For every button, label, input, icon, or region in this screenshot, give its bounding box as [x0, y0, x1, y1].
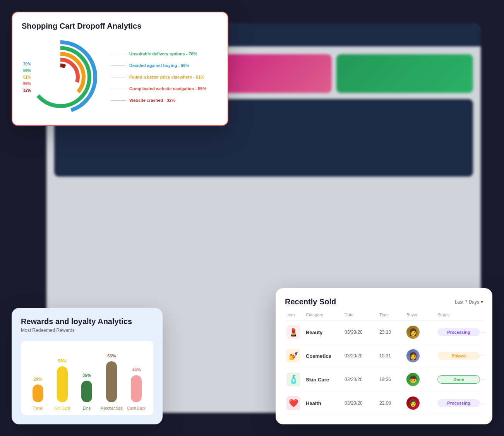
recently-sold-title: Recently Sold	[285, 297, 336, 306]
bar-item-travel: 29% Travel	[27, 377, 48, 410]
more-options-icon[interactable]: ···	[480, 400, 492, 407]
chart-legend: Unsuitable delivery options - 76% Decide…	[107, 51, 218, 103]
item-icon-cosmetics: 💅	[286, 349, 300, 363]
rewards-card: Rewards and loyalty Analytics Most Redee…	[12, 308, 163, 424]
legend-item: Complicated website navigation - 55%	[111, 86, 218, 91]
status-badge-processing: Processing	[437, 328, 480, 336]
status-badge-done: Done	[437, 375, 480, 384]
more-options-icon[interactable]: ···	[480, 352, 492, 359]
legend-item: Unsuitable delivery options - 76%	[111, 51, 218, 56]
bar-chart: 29% Travel 58% Gift Card 35% Dine 66% Me…	[21, 341, 153, 415]
item-icon-skincare: 🧴	[286, 372, 300, 386]
buyer-avatar-skincare: 👦	[406, 373, 420, 386]
period-selector[interactable]: Last 7 Days ▾	[455, 299, 483, 305]
more-options-icon[interactable]: ···	[480, 376, 492, 383]
svg-point-1	[31, 48, 89, 106]
table-header: Item Catagory Date Time Buyer Status	[285, 312, 483, 321]
table-row: ❤️ Health 03/20/20 22:00 👩 Processing ··…	[285, 391, 483, 415]
buyer-avatar-beauty: 👩	[406, 326, 420, 339]
status-badge-processing-2: Processing	[437, 399, 480, 407]
table-row: 💅 Cosmetics 03/20/20 10:31 👩 Shiped ···	[285, 344, 483, 368]
legend-item: Found a better price elsewhere - 61%	[111, 75, 218, 79]
legend-item: Website crashed - 32%	[111, 98, 218, 103]
rewards-title: Rewards and loyalty Analytics	[21, 317, 153, 326]
item-icon-beauty: 💄	[286, 325, 300, 339]
svg-point-4	[49, 65, 72, 89]
rewards-subtitle: Most Redeemed Rewards	[21, 328, 153, 333]
shopping-cart-card: Shopping Cart Dropoff Analytics 70% 89% …	[12, 12, 228, 126]
bar-item-cashback: 44% Cash Back	[126, 367, 147, 410]
donut-chart: 70% 89% 61% 55% 32%	[22, 38, 99, 116]
bars-container: 29% Travel 58% Gift Card 35% Dine 66% Me…	[27, 348, 147, 410]
shopping-card-title: Shopping Cart Dropoff Analytics	[22, 22, 218, 31]
item-icon-health: ❤️	[286, 396, 300, 410]
table-row: 🧴 Skin Care 03/20/20 19:36 👦 Done ···	[285, 368, 483, 391]
donut-svg	[22, 38, 99, 116]
recently-sold-card: Recently Sold Last 7 Days ▾ Item Catagor…	[276, 288, 492, 424]
buyer-avatar-cosmetics: 👩	[406, 349, 420, 362]
bar-item-merchandise: 66% Merchandise	[101, 354, 123, 410]
bar-item-dine: 35% Dine	[76, 373, 97, 410]
buyer-avatar-health: 👩	[406, 397, 420, 410]
status-badge-shipped: Shiped	[437, 352, 480, 360]
recently-sold-header: Recently Sold Last 7 Days ▾	[285, 297, 483, 306]
bar-item-giftcard: 58% Gift Card	[51, 359, 73, 410]
table-row: 💄 Beauty 03/20/20 23:13 👩 Processing ···	[285, 321, 483, 344]
more-options-icon[interactable]: ···	[480, 329, 492, 336]
legend-item: Decided against buying - 86%	[111, 63, 218, 68]
chevron-down-icon: ▾	[481, 299, 483, 305]
